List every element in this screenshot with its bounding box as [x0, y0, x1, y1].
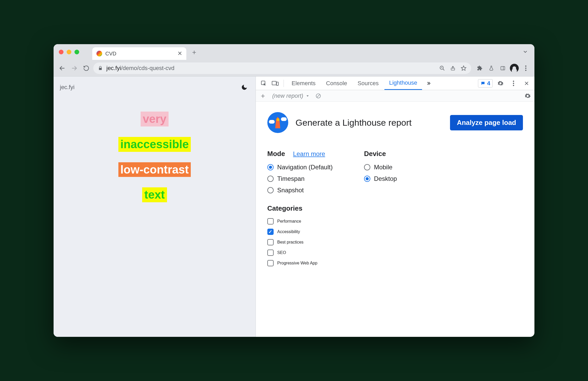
favicon-icon: [96, 51, 102, 56]
back-button[interactable]: [57, 63, 67, 73]
lighthouse-settings-icon[interactable]: [524, 93, 531, 99]
tab-elements[interactable]: Elements: [287, 77, 320, 90]
category-option[interactable]: Best practices: [267, 239, 523, 245]
checkbox-icon: [267, 250, 274, 256]
theme-toggle-button[interactable]: [239, 82, 250, 93]
category-option[interactable]: Performance: [267, 218, 523, 224]
radio-icon: [364, 176, 370, 182]
svg-line-22: [317, 94, 320, 97]
side-panel-icon[interactable]: [498, 63, 508, 73]
report-dropdown[interactable]: (new report): [270, 92, 312, 100]
page-brand: jec.fyi: [60, 84, 249, 91]
lighthouse-panel: Generate a Lighthouse report Analyze pag…: [256, 102, 534, 337]
chevron-down-icon: [306, 94, 309, 98]
close-tab-button[interactable]: ✕: [177, 50, 182, 57]
mode-section: Mode Learn more Navigation (Default)Time…: [267, 150, 333, 194]
option-label: Performance: [277, 219, 301, 224]
option-label: Progressive Web App: [277, 261, 318, 265]
checkbox-icon: [267, 239, 274, 245]
option-label: Accessibility: [277, 229, 300, 234]
address-bar[interactable]: jec.fyi/demo/cds-quest-cvd: [93, 62, 471, 74]
web-page: jec.fyi very inaccessible low-contrast t…: [54, 77, 256, 337]
devtools-close-icon[interactable]: [521, 78, 532, 89]
device-label: Device: [364, 150, 386, 158]
device-section: Device MobileDesktop: [364, 150, 397, 194]
clear-icon[interactable]: [315, 93, 321, 99]
tab-lighthouse[interactable]: Lighthouse: [384, 77, 422, 90]
categories-label: Categories: [267, 204, 302, 212]
tabs-list-button[interactable]: [522, 49, 528, 55]
lighthouse-logo-icon: [267, 112, 288, 133]
avatar-icon: [510, 64, 519, 73]
option-label: Snapshot: [277, 187, 304, 194]
maximize-window-button[interactable]: [74, 50, 79, 54]
category-option[interactable]: Progressive Web App: [267, 260, 523, 266]
mode-option[interactable]: Timespan: [267, 175, 333, 182]
category-option[interactable]: Accessibility: [267, 229, 523, 235]
categories-section: Categories PerformanceAccessibilityBest …: [267, 204, 523, 266]
profile-button[interactable]: [509, 63, 519, 73]
demo-word-4: text: [142, 187, 167, 202]
issues-badge[interactable]: 4: [478, 79, 493, 88]
lock-icon: [98, 66, 103, 71]
labs-icon[interactable]: [486, 63, 496, 73]
new-tab-button[interactable]: ＋: [189, 47, 199, 57]
option-label: Mobile: [374, 164, 393, 171]
browser-tab[interactable]: CVD ✕: [92, 47, 186, 60]
minimize-window-button[interactable]: [67, 50, 71, 54]
checkbox-icon: [267, 229, 274, 235]
mode-option[interactable]: Navigation (Default): [267, 164, 333, 171]
svg-marker-20: [307, 95, 309, 96]
category-option[interactable]: SEO: [267, 250, 523, 256]
learn-more-link[interactable]: Learn more: [293, 150, 325, 157]
demo-words: very inaccessible low-contrast text: [60, 112, 249, 202]
close-window-button[interactable]: [59, 50, 64, 54]
inspect-icon[interactable]: [258, 78, 269, 89]
demo-word-3: low-contrast: [118, 162, 191, 177]
svg-rect-13: [272, 81, 276, 85]
device-mode-icon[interactable]: [270, 78, 280, 89]
option-label: Best practices: [277, 240, 303, 245]
svg-rect-7: [501, 66, 505, 70]
radio-icon: [267, 164, 274, 170]
toolbar-icons: [475, 63, 531, 73]
mode-label: Mode: [267, 150, 285, 158]
demo-word-1: very: [141, 112, 169, 126]
tab-console[interactable]: Console: [321, 77, 352, 90]
toolbar: jec.fyi/demo/cds-quest-cvd: [54, 60, 534, 77]
zoom-icon[interactable]: [439, 65, 445, 71]
share-icon[interactable]: [450, 66, 456, 71]
tab-title: CVD: [105, 51, 116, 57]
devtools-menu-icon[interactable]: [508, 78, 519, 89]
report-dropdown-label: (new report): [272, 93, 303, 99]
forward-button[interactable]: [69, 63, 79, 73]
mode-option[interactable]: Snapshot: [267, 187, 333, 194]
svg-point-15: [513, 80, 514, 82]
device-option[interactable]: Mobile: [364, 164, 397, 171]
extensions-icon[interactable]: [475, 63, 485, 73]
radio-icon: [364, 164, 370, 170]
radio-icon: [267, 176, 274, 182]
svg-marker-6: [461, 66, 466, 70]
analyze-button[interactable]: Analyze page load: [450, 115, 523, 130]
new-report-button[interactable]: ＋: [260, 91, 266, 100]
svg-point-10: [525, 67, 527, 69]
demo-word-2: inaccessible: [118, 137, 191, 152]
panel-title: Generate a Lighthouse report: [296, 118, 412, 128]
svg-point-17: [513, 85, 514, 86]
issues-count: 4: [487, 80, 490, 87]
svg-line-3: [443, 69, 445, 70]
svg-point-11: [525, 70, 527, 71]
option-label: SEO: [277, 250, 286, 255]
checkbox-icon: [267, 218, 274, 224]
devtools-settings-icon[interactable]: [495, 78, 506, 89]
reload-button[interactable]: [81, 63, 91, 73]
chrome-menu-button[interactable]: [521, 63, 531, 73]
title-bar: CVD ✕ ＋: [54, 44, 534, 60]
browser-window: CVD ✕ ＋ jec.fyi/demo/cds-quest-cvd: [54, 44, 534, 337]
bookmark-icon[interactable]: [461, 65, 466, 71]
more-tabs-icon[interactable]: [423, 78, 434, 89]
tab-sources[interactable]: Sources: [353, 77, 383, 90]
devtools-tabs: Elements Console Sources Lighthouse 4: [256, 77, 534, 90]
device-option[interactable]: Desktop: [364, 175, 397, 182]
